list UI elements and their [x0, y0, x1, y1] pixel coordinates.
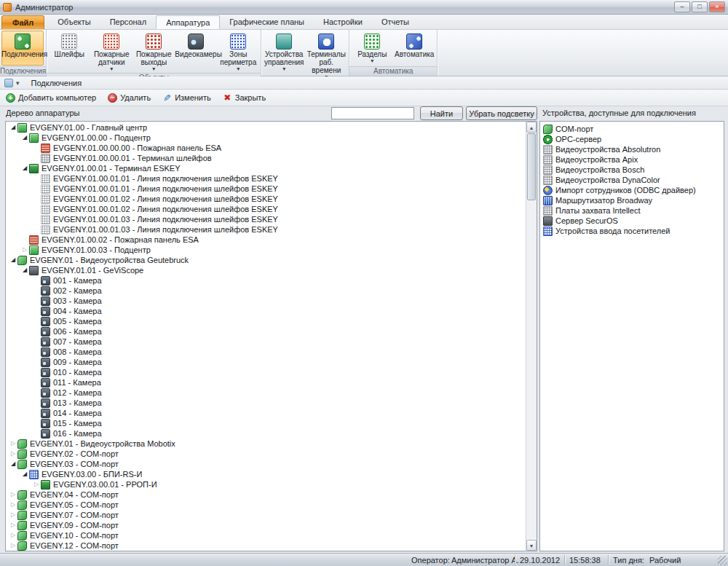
tree-item[interactable]: 016 - Камера — [6, 428, 526, 439]
menu-tab-0[interactable]: Объекты — [48, 15, 100, 29]
tree-item[interactable]: 006 - Камера — [6, 326, 526, 337]
tree-item[interactable]: 010 - Камера — [6, 367, 526, 377]
tree-scrollbar[interactable]: ▲ ▼ — [526, 122, 537, 551]
ribbon-button-1-3[interactable]: Видеокамеры — [175, 31, 217, 72]
tree-item[interactable]: 013 - Камера — [6, 398, 526, 408]
tree-item[interactable]: 001 - Камера — [6, 275, 526, 286]
tree-item[interactable]: ◢EVGENY.01.00.00 - Подцентр — [6, 133, 526, 143]
expander-expanded-icon[interactable]: ◢ — [9, 123, 17, 132]
tree-item[interactable]: EVGENY.01.00.01.02 - Линия подключения ш… — [6, 204, 526, 214]
tree-item[interactable]: 003 - Камера — [6, 296, 526, 306]
close-button[interactable]: × — [709, 1, 725, 12]
expander-collapsed-icon[interactable]: ▷ — [9, 449, 17, 458]
expander-expanded-icon[interactable]: ◢ — [20, 164, 29, 173]
tree-item[interactable]: 015 - Камера — [6, 418, 526, 428]
search-input[interactable] — [331, 107, 414, 119]
tree-item[interactable]: ▷EVGENY.01 - Видеоустройства Mobotix — [6, 439, 526, 449]
tree-item[interactable]: 002 - Камера — [6, 286, 526, 296]
tree-item[interactable]: 007 - Камера — [6, 337, 526, 347]
menu-tab-2[interactable]: Аппаратура — [156, 15, 220, 29]
scroll-down-button[interactable]: ▼ — [526, 540, 537, 551]
tree-item[interactable]: EVGENY.01.00.02 - Пожарная панель ESA — [6, 235, 526, 245]
tree-item[interactable]: EVGENY.01.00.01.01 - Линия подключения ш… — [6, 184, 526, 194]
toolbar-button-2[interactable]: Изменить — [162, 93, 211, 103]
tree-item[interactable]: ◢EVGENY.03.00 - БПИ-RS-И — [6, 469, 526, 479]
clear-highlight-button[interactable]: Убрать подсветку — [466, 106, 537, 120]
ribbon-button-3-1[interactable]: Автоматика — [393, 31, 435, 66]
tree-item[interactable]: 005 - Камера — [6, 316, 526, 326]
find-button[interactable]: Найти — [420, 106, 463, 120]
ribbon-button-1-2[interactable]: Пожарные выходы▾ — [132, 31, 175, 72]
tree-item[interactable]: ▷EVGENY.05 - COM-порт — [6, 500, 526, 510]
menu-tab-3[interactable]: Графические планы — [220, 15, 314, 29]
scroll-thumb[interactable] — [527, 133, 536, 200]
tree-item[interactable]: ◢EVGENY.01.00.01 - Терминал ESKEY — [6, 163, 526, 173]
expander-collapsed-icon[interactable]: ▷ — [9, 511, 17, 519]
ribbon-button-1-0[interactable]: Шлейфы — [48, 31, 90, 72]
device-item[interactable]: Маршрутизатор Broadway — [542, 195, 722, 205]
tree-item[interactable]: ◢EVGENY.01 - Видеоустройства Geutebruck — [6, 255, 526, 265]
menu-tab-5[interactable]: Отчеты — [372, 15, 419, 29]
tree-item[interactable]: EVGENY.01.00.00.00 - Пожарная панель ESA — [6, 143, 526, 153]
expander-collapsed-icon[interactable]: ▷ — [9, 541, 17, 550]
ribbon-button-0-0[interactable]: Подключения — [1, 31, 44, 66]
expander-collapsed-icon[interactable]: ▷ — [9, 500, 17, 509]
minimize-button[interactable]: – — [674, 1, 690, 12]
ribbon-button-2-1[interactable]: Терминалы раб. времени▾ — [305, 31, 347, 80]
device-item[interactable]: Видеоустройства Bosch — [542, 165, 722, 175]
toolbar-button-0[interactable]: Добавить компьютер — [6, 93, 96, 103]
tree-item[interactable]: EVGENY.01.00.00.01 - Терминал шлейфов — [6, 153, 526, 163]
device-item[interactable]: COM-порт — [542, 124, 722, 134]
resize-grip[interactable] — [718, 556, 727, 565]
tree-item[interactable]: ▷EVGENY.07 - COM-порт — [6, 510, 526, 520]
file-menu-button[interactable]: Файл — [1, 15, 44, 29]
tree-item[interactable]: ▷EVGENY.03.00.01 - РРОП-И — [6, 479, 526, 490]
tree-item[interactable]: EVGENY.01.00.01.03 - Линия подключения ш… — [6, 224, 526, 235]
expander-collapsed-icon[interactable]: ▷ — [20, 245, 29, 254]
tree-item[interactable]: ▷EVGENY.09 - COM-порт — [6, 520, 526, 530]
menu-tab-4[interactable]: Настройки — [314, 15, 372, 29]
expander-expanded-icon[interactable]: ◢ — [20, 133, 29, 142]
device-item[interactable]: Видеоустройства Apix — [542, 154, 722, 165]
tree-item[interactable]: ▷EVGENY.04 - COM-порт — [6, 490, 526, 500]
expander-collapsed-icon[interactable]: ▷ — [9, 439, 17, 448]
tree-item[interactable]: EVGENY.01.00.01.03 - Линия подключения ш… — [6, 214, 526, 224]
device-item[interactable]: Устройства ввода посетителей — [542, 226, 722, 236]
expander-collapsed-icon[interactable]: ▷ — [9, 521, 17, 530]
device-item[interactable]: OPC-сервер — [542, 134, 722, 144]
tree-item[interactable]: 011 - Камера — [6, 377, 526, 388]
tree-item[interactable]: 009 - Камера — [6, 357, 526, 367]
tree-item[interactable]: 004 - Камера — [6, 306, 526, 316]
expander-collapsed-icon[interactable]: ▷ — [9, 531, 17, 540]
device-item[interactable]: Сервер SecurOS — [542, 216, 722, 226]
toolbar-button-3[interactable]: Закрыть — [223, 93, 266, 103]
scroll-up-button[interactable]: ▲ — [526, 122, 537, 133]
ribbon-button-2-0[interactable]: Устройства управления▾ — [263, 31, 305, 80]
maximize-button[interactable]: □ — [692, 1, 708, 12]
tree-item[interactable]: ▷EVGENY.02 - COM-порт — [6, 449, 526, 459]
tree-item[interactable]: 012 - Камера — [6, 388, 526, 398]
tree-item[interactable]: ◢EVGENY.03 - COM-порт — [6, 459, 526, 469]
expander-expanded-icon[interactable]: ◢ — [9, 256, 17, 264]
tree-item[interactable]: ◢EVGENY.01.01 - GeViScope — [6, 265, 526, 275]
expander-expanded-icon[interactable]: ◢ — [9, 460, 17, 468]
tree-item[interactable]: 008 - Камера — [6, 347, 526, 357]
device-item[interactable]: Видеоустройства Absolutron — [542, 144, 722, 154]
nav-history-dropdown-icon[interactable]: ▾ — [16, 79, 20, 87]
expander-collapsed-icon[interactable]: ▷ — [9, 490, 17, 499]
tree-item[interactable]: ▷EVGENY.12 - COM-порт — [6, 541, 526, 551]
expander-expanded-icon[interactable]: ◢ — [20, 470, 29, 479]
toolbar-button-1[interactable]: Удалить — [108, 93, 151, 103]
tree-item[interactable]: ◢EVGENY.01.00 - Главный центр — [6, 122, 526, 133]
tree-item[interactable]: EVGENY.01.00.01.02 - Линия подключения ш… — [6, 194, 526, 204]
expander-collapsed-icon[interactable]: ▷ — [32, 480, 41, 489]
device-item[interactable]: Импорт сотрудников (ODBC драйвер) — [542, 185, 722, 195]
device-item[interactable]: Видеоустройства DynaColor — [542, 175, 722, 185]
tree-item[interactable]: ▷EVGENY.01.00.03 - Подцентр — [6, 245, 526, 255]
ribbon-button-3-0[interactable]: Разделы▾ — [351, 31, 393, 66]
menu-tab-1[interactable]: Персонал — [100, 15, 157, 29]
expander-expanded-icon[interactable]: ◢ — [20, 266, 29, 275]
tree-item[interactable]: EVGENY.01.00.01.01 - Линия подключения ш… — [6, 173, 526, 184]
tree-item[interactable]: ▷EVGENY.10 - COM-порт — [6, 530, 526, 541]
ribbon-button-1-1[interactable]: Пожарные датчики▾ — [90, 31, 132, 72]
